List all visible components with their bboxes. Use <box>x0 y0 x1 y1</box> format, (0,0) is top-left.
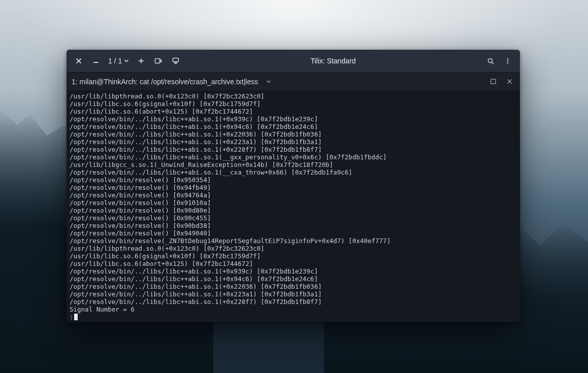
terminal-line: /opt/resolve/bin/../libs/libc++abi.so.1(… <box>70 146 517 153</box>
terminal-line: /usr/lib/libpthread.so.0(+0x123c0) [0x7f… <box>70 92 517 100</box>
titlebar: 1 / 1 Tilix: Standard <box>67 50 520 72</box>
terminal-line: /opt/resolve/bin/../libs/libc++abi.so.1(… <box>70 290 517 298</box>
chevron-down-icon <box>124 58 129 63</box>
svg-point-4 <box>507 60 509 62</box>
minimize-window-button[interactable] <box>88 53 104 69</box>
terminal-line: /opt/resolve/bin/../libs/libc++abi.so.1(… <box>70 275 517 283</box>
terminal-tab-title[interactable]: 1: milan@ThinkArch: cat /opt/resolve/cra… <box>72 78 258 86</box>
tilix-window: 1 / 1 Tilix: Standard <box>67 50 520 322</box>
tab-menu-dropdown[interactable] <box>263 76 274 87</box>
terminal-line: /usr/lib/libgcc_s.so.1(_Unwind_RaiseExce… <box>70 161 517 168</box>
less-prompt-char: : <box>70 313 74 321</box>
search-button[interactable] <box>482 53 499 69</box>
terminal-line: /usr/lib/libc.so.6(gsignal+0x10f) [0x7f2… <box>70 100 517 108</box>
split-right-button[interactable] <box>150 53 167 69</box>
terminal-output[interactable]: /usr/lib/libpthread.so.0(+0x123c0) [0x7f… <box>67 90 520 322</box>
terminal-line: /usr/lib/libc.so.6(abort+0x125) [0x7f2bc… <box>70 260 517 267</box>
terminal-line: /usr/lib/libc.so.6(gsignal+0x10f) [0x7f2… <box>70 252 517 260</box>
session-counter-text: 1 / 1 <box>108 57 122 65</box>
terminal-line: /opt/resolve/bin/resolve() [0x91010a] <box>70 199 517 207</box>
desktop-wallpaper: 1 / 1 Tilix: Standard <box>0 0 588 373</box>
terminal-line: /opt/resolve/bin/resolve() [0x950354] <box>70 176 517 184</box>
session-counter[interactable]: 1 / 1 <box>105 57 132 65</box>
svg-rect-0 <box>155 59 160 63</box>
window-title: Tilix: Standard <box>184 57 482 65</box>
chevron-down-icon <box>266 79 271 84</box>
terminal-line: /opt/resolve/bin/../libs/libc++abi.so.1(… <box>70 298 517 306</box>
svg-rect-6 <box>491 79 496 84</box>
terminal-line: /opt/resolve/bin/../libs/libc++abi.so.1(… <box>70 138 517 146</box>
menu-button[interactable] <box>500 53 516 69</box>
terminal-line: Signal Number = 6 <box>70 306 517 313</box>
terminal-line: /opt/resolve/bin/../libs/libc++abi.so.1(… <box>70 115 517 123</box>
terminal-line: /opt/resolve/bin/../libs/libc++abi.so.1(… <box>70 267 517 275</box>
terminal-line: /opt/resolve/bin/../libs/libc++abi.so.1(… <box>70 168 517 176</box>
cursor-icon <box>74 314 78 320</box>
maximize-pane-button[interactable] <box>487 76 499 87</box>
terminal-line: /opt/resolve/bin/resolve() [0x90bd38] <box>70 222 517 229</box>
new-session-button[interactable] <box>133 53 149 69</box>
terminal-line: /opt/resolve/bin/resolve() [0x90c455] <box>70 214 517 222</box>
terminal-line: /opt/resolve/bin/resolve() [0x90d80e] <box>70 207 517 214</box>
terminal-line: /opt/resolve/bin/resolve() [0x949040] <box>70 229 517 237</box>
terminal-line: /usr/lib/libpthread.so.0(+0x123c0) [0x7f… <box>70 245 517 252</box>
less-prompt[interactable]: : <box>70 313 517 321</box>
terminal-line: /opt/resolve/bin/../libs/libc++abi.so.1(… <box>70 283 517 290</box>
terminal-line: /opt/resolve/bin/../libs/libc++abi.so.1(… <box>70 153 517 161</box>
close-pane-button[interactable] <box>504 76 515 87</box>
close-window-button[interactable] <box>71 53 87 69</box>
svg-point-2 <box>488 58 492 62</box>
terminal-line: /opt/resolve/bin/resolve(_ZN7BtDebug14Re… <box>70 237 517 245</box>
terminal-line: /opt/resolve/bin/../libs/libc++abi.so.1(… <box>70 130 517 138</box>
svg-point-5 <box>507 62 509 64</box>
split-down-button[interactable] <box>168 53 184 69</box>
terminal-line: /opt/resolve/bin/resolve() [0x94fb49] <box>70 184 517 191</box>
terminal-tabbar: 1: milan@ThinkArch: cat /opt/resolve/cra… <box>67 72 520 90</box>
svg-rect-1 <box>173 58 179 62</box>
terminal-line: /usr/lib/libc.so.6(abort+0x125) [0x7f2bc… <box>70 108 517 115</box>
terminal-line: /opt/resolve/bin/../libs/libc++abi.so.1(… <box>70 123 517 130</box>
terminal-line: /opt/resolve/bin/resolve() [0x94764a] <box>70 191 517 199</box>
svg-point-3 <box>507 58 509 60</box>
